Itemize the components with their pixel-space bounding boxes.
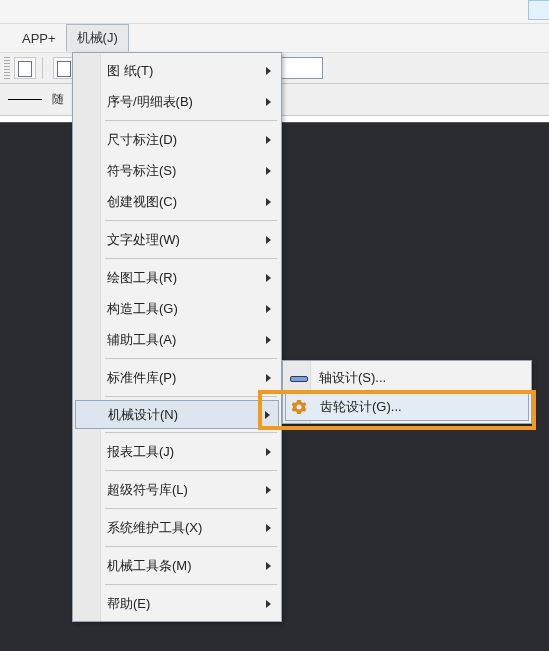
menu-item-label: 序号/明细表(B)	[107, 93, 193, 111]
submenu-arrow-icon	[266, 274, 271, 282]
menu-item-label: 文字处理(W)	[107, 231, 180, 249]
tab-app[interactable]: APP+	[12, 27, 66, 50]
menu-item-label: 机械设计(N)	[108, 406, 178, 424]
menu-item[interactable]: 报表工具(J)	[75, 436, 279, 467]
submenu-item[interactable]: 齿轮设计(G)...	[285, 393, 529, 421]
menu-item-label: 创建视图(C)	[107, 193, 177, 211]
menu-bar: APP+ 机械(J)	[0, 24, 549, 52]
menu-item-label: 构造工具(G)	[107, 300, 178, 318]
menu-item-label: 尺寸标注(D)	[107, 131, 177, 149]
submenu-arrow-icon	[266, 448, 271, 456]
submenu-item-label: 齿轮设计(G)...	[320, 398, 402, 416]
menu-item-label: 符号标注(S)	[107, 162, 176, 180]
menu-item-label: 机械工具条(M)	[107, 557, 192, 575]
menu-item-label: 帮助(E)	[107, 595, 150, 613]
menu-item[interactable]: 标准件库(P)	[75, 362, 279, 393]
tab-mechanical[interactable]: 机械(J)	[66, 24, 129, 52]
menu-item[interactable]: 序号/明细表(B)	[75, 86, 279, 117]
linetype-preview-icon	[8, 99, 42, 100]
submenu-arrow-icon	[266, 67, 271, 75]
toolbar-button-1[interactable]	[14, 57, 36, 79]
menu-item[interactable]: 创建视图(C)	[75, 186, 279, 217]
mechanical-menu: 图 纸(T)序号/明细表(B)尺寸标注(D)符号标注(S)创建视图(C)文字处理…	[72, 52, 282, 622]
menu-item[interactable]: 超级符号库(L)	[75, 474, 279, 505]
menu-item[interactable]: 绘图工具(R)	[75, 262, 279, 293]
submenu-arrow-icon	[266, 98, 271, 106]
menu-item[interactable]: 机械工具条(M)	[75, 550, 279, 581]
menu-separator	[105, 584, 277, 585]
submenu-arrow-icon	[266, 562, 271, 570]
menu-item-label: 报表工具(J)	[107, 443, 174, 461]
submenu-arrow-icon	[266, 167, 271, 175]
menu-item-label: 绘图工具(R)	[107, 269, 177, 287]
submenu-arrow-icon	[266, 336, 271, 344]
menu-item[interactable]: 系统维护工具(X)	[75, 512, 279, 543]
menu-item[interactable]: 尺寸标注(D)	[75, 124, 279, 155]
submenu-arrow-icon	[266, 600, 271, 608]
menu-separator	[105, 470, 277, 471]
toolbar-separator	[42, 57, 43, 79]
menu-separator	[105, 258, 277, 259]
menu-separator	[105, 120, 277, 121]
menu-separator	[105, 508, 277, 509]
menu-separator	[105, 396, 277, 397]
submenu-item-label: 轴设计(S)...	[319, 369, 386, 387]
menu-item-label: 辅助工具(A)	[107, 331, 176, 349]
menu-item[interactable]: 文字处理(W)	[75, 224, 279, 255]
menu-item[interactable]: 辅助工具(A)	[75, 324, 279, 355]
submenu-arrow-icon	[265, 411, 270, 419]
title-strip	[0, 0, 549, 24]
combo-3-text: 随	[52, 91, 64, 108]
menu-separator	[105, 432, 277, 433]
submenu-arrow-icon	[266, 524, 271, 532]
submenu-arrow-icon	[266, 136, 271, 144]
menu-separator	[105, 358, 277, 359]
submenu-arrow-icon	[266, 236, 271, 244]
menu-item-label: 系统维护工具(X)	[107, 519, 202, 537]
submenu-arrow-icon	[266, 374, 271, 382]
menu-item-label: 图 纸(T)	[107, 62, 153, 80]
mechanical-design-submenu: 轴设计(S)...齿轮设计(G)...	[282, 360, 532, 424]
submenu-arrow-icon	[266, 198, 271, 206]
menu-item-label: 超级符号库(L)	[107, 481, 188, 499]
gear-icon	[291, 399, 307, 415]
submenu-arrow-icon	[266, 305, 271, 313]
menu-item[interactable]: 帮助(E)	[75, 588, 279, 619]
menu-item-label: 标准件库(P)	[107, 369, 176, 387]
menu-item[interactable]: 构造工具(G)	[75, 293, 279, 324]
submenu-arrow-icon	[266, 486, 271, 494]
menu-separator	[105, 220, 277, 221]
menu-item[interactable]: 图 纸(T)	[75, 55, 279, 86]
menu-item[interactable]: 符号标注(S)	[75, 155, 279, 186]
submenu-item[interactable]: 轴设计(S)...	[285, 363, 529, 393]
menu-item[interactable]: 机械设计(N)	[75, 400, 279, 429]
menu-separator	[105, 546, 277, 547]
corner-button[interactable]	[528, 0, 549, 20]
toolbar-handle[interactable]	[4, 57, 10, 79]
axis-icon	[290, 372, 306, 384]
